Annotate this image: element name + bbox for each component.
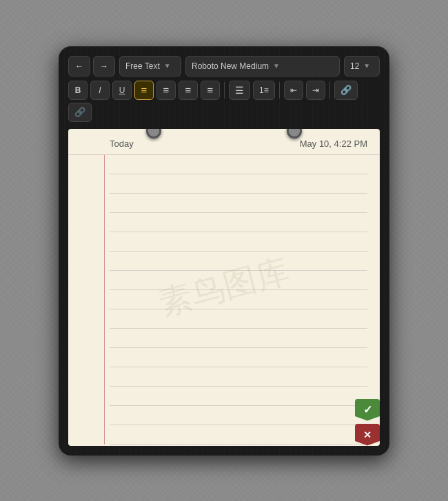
- bold-label: B: [75, 85, 81, 95]
- unordered-list-icon: ☰: [235, 85, 244, 96]
- page-line: [110, 387, 367, 406]
- chevron-down-icon: ▼: [273, 62, 280, 70]
- page-line: [110, 232, 367, 252]
- chevron-down-icon: ▼: [363, 62, 370, 70]
- chevron-down-icon: ▼: [164, 62, 171, 70]
- align-center-icon: ≡: [163, 84, 170, 96]
- page-line: [110, 348, 367, 367]
- unordered-list-button[interactable]: ☰: [229, 81, 250, 100]
- toolbar-bottom: B I U ≡ ≡ ≡ ≡ ☰: [68, 81, 380, 122]
- ordered-list-icon: 1≡: [259, 85, 269, 95]
- notebook-container: ← → Free Text ▼ Roboto New Medium ▼ 12 ▼: [59, 46, 389, 456]
- underline-label: U: [119, 85, 125, 95]
- page-line: [110, 194, 367, 213]
- page-line: [110, 271, 367, 290]
- action-buttons: [355, 399, 380, 446]
- align-right-icon: ≡: [185, 84, 192, 96]
- unlink-icon: 🔗: [74, 107, 85, 117]
- separator-2: [279, 82, 280, 99]
- align-center-button[interactable]: ≡: [156, 81, 176, 100]
- indent-increase-button[interactable]: ⇥: [306, 81, 325, 100]
- red-margin-line: [104, 155, 105, 444]
- align-left-button[interactable]: ≡: [134, 81, 154, 100]
- indent-increase-icon: ⇥: [312, 85, 319, 95]
- align-justify-icon: ≡: [207, 84, 214, 96]
- separator: [224, 82, 225, 99]
- indent-decrease-icon: ⇤: [290, 85, 297, 95]
- page-line: [110, 174, 367, 194]
- align-right-button[interactable]: ≡: [179, 81, 198, 100]
- notebook-outer: ← → Free Text ▼ Roboto New Medium ▼ 12 ▼: [59, 46, 389, 456]
- underline-button[interactable]: U: [112, 81, 132, 100]
- cancel-button[interactable]: [355, 424, 380, 446]
- font-size-dropdown[interactable]: 12 ▼: [344, 56, 380, 76]
- date-label: Today: [110, 139, 134, 149]
- notebook-page: Today May 10, 4:22 PM: [68, 129, 380, 446]
- page-line: [110, 155, 367, 174]
- italic-button[interactable]: I: [90, 81, 110, 100]
- align-left-icon: ≡: [141, 84, 147, 96]
- page-line: [110, 406, 367, 425]
- page-line: [110, 425, 367, 444]
- separator-3: [329, 82, 330, 99]
- ok-button[interactable]: [355, 399, 380, 421]
- timestamp: May 10, 4:22 PM: [300, 139, 367, 149]
- page-line: [110, 367, 367, 387]
- page-line: [110, 329, 367, 348]
- redo-icon: →: [100, 61, 108, 71]
- indent-decrease-button[interactable]: ⇤: [284, 81, 303, 100]
- toolbar-top: ← → Free Text ▼ Roboto New Medium ▼ 12 ▼: [68, 56, 380, 76]
- page-line: [110, 213, 367, 232]
- unlink-button[interactable]: 🔗: [68, 103, 92, 122]
- align-justify-button[interactable]: ≡: [201, 81, 220, 100]
- page-line: [110, 309, 367, 329]
- font-type-dropdown[interactable]: Free Text ▼: [119, 56, 181, 76]
- italic-label: I: [99, 85, 101, 95]
- page-lines[interactable]: [68, 155, 380, 444]
- bold-button[interactable]: B: [68, 81, 88, 100]
- link-button[interactable]: 🔗: [334, 81, 358, 100]
- font-type-value: Free Text: [125, 61, 160, 71]
- page-line: [110, 290, 367, 309]
- page-header: Today May 10, 4:22 PM: [68, 129, 380, 155]
- undo-redo-group: ← →: [68, 56, 115, 76]
- font-size-value: 12: [350, 61, 359, 71]
- page-line: [110, 252, 367, 271]
- undo-button[interactable]: ←: [68, 56, 90, 76]
- ordered-list-button[interactable]: 1≡: [253, 81, 275, 100]
- redo-button[interactable]: →: [93, 56, 115, 76]
- font-name-value: Roboto New Medium: [192, 61, 269, 71]
- link-icon: 🔗: [340, 85, 352, 95]
- font-name-dropdown[interactable]: Roboto New Medium ▼: [185, 56, 340, 76]
- undo-icon: ←: [75, 61, 83, 71]
